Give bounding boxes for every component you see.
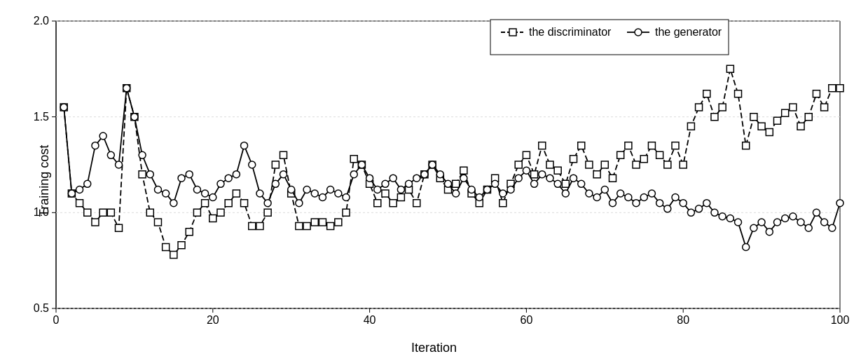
y-axis-label: Training cost — [37, 144, 52, 216]
x-axis-label: Iteration — [411, 341, 457, 355]
chart-container: Training cost Iteration — [0, 0, 868, 361]
